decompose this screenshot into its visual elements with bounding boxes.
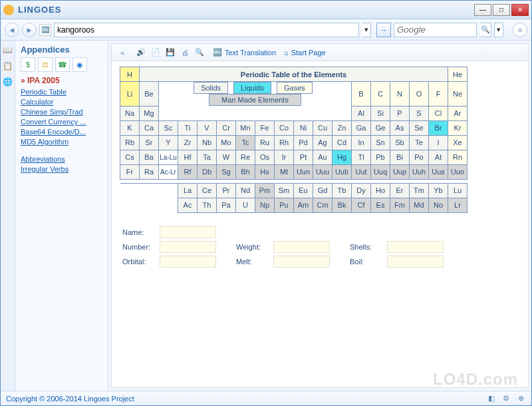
speaker-icon[interactable]: 🔊 bbox=[136, 47, 146, 58]
element-cell-Db[interactable]: Db bbox=[198, 164, 217, 179]
status-icon-3[interactable]: ⊕ bbox=[515, 393, 526, 404]
element-cell-Ga[interactable]: Ga bbox=[352, 120, 371, 135]
element-cell-Pu[interactable]: Pu bbox=[275, 198, 294, 212]
element-cell-Uuu[interactable]: Uuu bbox=[313, 164, 332, 179]
back-button[interactable]: ◄ bbox=[5, 23, 19, 37]
element-cell-Hf[interactable]: Hf bbox=[178, 150, 198, 164]
element-cell-Pb[interactable]: Pb bbox=[371, 150, 390, 164]
element-cell-In[interactable]: In bbox=[352, 135, 371, 150]
element-cell-Tb[interactable]: Tb bbox=[332, 183, 352, 198]
maximize-button[interactable]: □ bbox=[493, 4, 510, 16]
text-translation-link[interactable]: 🔤 Text Translation bbox=[213, 48, 276, 57]
element-cell-Ho[interactable]: Ho bbox=[371, 183, 390, 198]
element-cell-Pt[interactable]: Pt bbox=[294, 150, 313, 164]
element-cell-Ne[interactable]: Ne bbox=[448, 82, 467, 106]
element-cell-Rf[interactable]: Rf bbox=[178, 164, 198, 179]
address-input[interactable] bbox=[54, 23, 359, 37]
start-page-link[interactable]: ⌂ Start Page bbox=[284, 49, 326, 57]
element-cell-U[interactable]: U bbox=[236, 198, 255, 212]
element-cell-Kr[interactable]: Kr bbox=[448, 120, 467, 135]
element-cell-Ge[interactable]: Ge bbox=[371, 120, 390, 135]
element-cell-Pd[interactable]: Pd bbox=[294, 135, 313, 150]
element-cell-Ba[interactable]: Ba bbox=[140, 150, 159, 164]
appendix-currency-icon[interactable]: $ bbox=[21, 57, 35, 72]
element-cell-Uuh[interactable]: Uuh bbox=[410, 164, 429, 179]
element-cell-Se[interactable]: Se bbox=[410, 120, 429, 135]
element-cell-Es[interactable]: Es bbox=[371, 198, 390, 212]
element-cell-N[interactable]: N bbox=[390, 82, 410, 106]
sidebar-link[interactable]: Abbreviations bbox=[21, 155, 102, 163]
element-cell-No[interactable]: No bbox=[429, 198, 448, 212]
element-cell-Uuq[interactable]: Uuq bbox=[371, 164, 390, 179]
element-cell-Co[interactable]: Co bbox=[275, 120, 294, 135]
close-button[interactable]: ✕ bbox=[511, 4, 529, 16]
save-icon[interactable]: 💾 bbox=[165, 47, 176, 58]
element-cell-Uuo[interactable]: Uuo bbox=[448, 164, 467, 179]
element-cell-At[interactable]: At bbox=[429, 150, 448, 164]
element-cell-Cs[interactable]: Cs bbox=[120, 150, 140, 164]
print-icon[interactable]: 🖨 bbox=[180, 47, 190, 58]
element-cell-W[interactable]: W bbox=[217, 150, 236, 164]
appendix-phone-icon[interactable]: ☎ bbox=[55, 57, 70, 72]
element-cell-Pm[interactable]: Pm bbox=[255, 183, 275, 198]
element-cell-Al[interactable]: Al bbox=[352, 106, 371, 120]
minimize-button[interactable]: — bbox=[474, 4, 491, 16]
element-cell-Rh[interactable]: Rh bbox=[275, 135, 294, 150]
element-cell-F[interactable]: F bbox=[429, 82, 448, 106]
element-cell-Au[interactable]: Au bbox=[313, 150, 332, 164]
element-cell-V[interactable]: V bbox=[198, 120, 217, 135]
element-cell-Fe[interactable]: Fe bbox=[255, 120, 275, 135]
element-cell-Tl[interactable]: Tl bbox=[352, 150, 371, 164]
element-cell-Tm[interactable]: Tm bbox=[410, 183, 429, 198]
collapse-icon[interactable]: « bbox=[117, 47, 128, 58]
element-cell-Ti[interactable]: Ti bbox=[178, 120, 198, 135]
element-cell-Uus[interactable]: Uus bbox=[429, 164, 448, 179]
search-input[interactable] bbox=[394, 23, 477, 37]
sidebar-link[interactable]: MD5 Algorithm bbox=[21, 138, 102, 146]
element-cell-Y[interactable]: Y bbox=[159, 135, 178, 150]
element-cell-I[interactable]: I bbox=[429, 135, 448, 150]
element-cell-Zr[interactable]: Zr bbox=[178, 135, 198, 150]
element-cell-S[interactable]: S bbox=[410, 106, 429, 120]
sidebar-link[interactable]: Base64 Encode/D... bbox=[21, 128, 102, 136]
element-cell-Be[interactable]: Be bbox=[140, 82, 159, 106]
element-cell-Fr[interactable]: Fr bbox=[120, 164, 140, 179]
element-cell-Hg[interactable]: Hg bbox=[332, 150, 352, 164]
sidebar-active-item[interactable]: » IPA 2005 bbox=[21, 76, 102, 85]
element-cell-Cd[interactable]: Cd bbox=[332, 135, 352, 150]
element-cell-Eu[interactable]: Eu bbox=[294, 183, 313, 198]
element-cell-Si[interactable]: Si bbox=[371, 106, 390, 120]
element-cell-Ac-Lr[interactable]: Ac-Lr bbox=[159, 164, 178, 179]
element-cell-Bk[interactable]: Bk bbox=[332, 198, 352, 212]
element-cell-Cu[interactable]: Cu bbox=[313, 120, 332, 135]
go-button[interactable]: → bbox=[376, 23, 391, 37]
sidebar-link[interactable]: Irregular Verbs bbox=[21, 165, 102, 173]
element-cell-Rn[interactable]: Rn bbox=[448, 150, 467, 164]
element-cell-Np[interactable]: Np bbox=[255, 198, 275, 212]
element-cell-Uup[interactable]: Uup bbox=[390, 164, 410, 179]
element-cell-Re[interactable]: Re bbox=[236, 150, 255, 164]
element-cell-Ar[interactable]: Ar bbox=[448, 106, 467, 120]
element-cell-Na[interactable]: Na bbox=[120, 106, 140, 120]
element-cell-Sb[interactable]: Sb bbox=[390, 135, 410, 150]
element-cell-Ag[interactable]: Ag bbox=[313, 135, 332, 150]
book-icon[interactable]: 📖 bbox=[3, 45, 13, 55]
sidebar-link[interactable]: Periodic Table bbox=[21, 88, 102, 96]
element-cell-Uut[interactable]: Uut bbox=[352, 164, 371, 179]
search-button[interactable]: 🔍 bbox=[479, 23, 491, 37]
element-cell-Sn[interactable]: Sn bbox=[371, 135, 390, 150]
status-icon-2[interactable]: ⚙ bbox=[501, 393, 511, 404]
element-cell-Mg[interactable]: Mg bbox=[140, 106, 159, 120]
element-cell-Rb[interactable]: Rb bbox=[120, 135, 140, 150]
element-cell-Cl[interactable]: Cl bbox=[429, 106, 448, 120]
globe-icon[interactable]: 🌐 bbox=[3, 77, 13, 87]
copy-icon[interactable]: 📄 bbox=[150, 47, 161, 58]
element-cell-Xe[interactable]: Xe bbox=[448, 135, 467, 150]
element-cell-B[interactable]: B bbox=[352, 82, 371, 106]
element-cell-La[interactable]: La bbox=[178, 183, 198, 198]
element-cell-Md[interactable]: Md bbox=[410, 198, 429, 212]
element-cell-Bi[interactable]: Bi bbox=[390, 150, 410, 164]
element-cell-Bh[interactable]: Bh bbox=[236, 164, 255, 179]
element-cell-Cm[interactable]: Cm bbox=[313, 198, 332, 212]
element-cell-Lu[interactable]: Lu bbox=[448, 183, 467, 198]
